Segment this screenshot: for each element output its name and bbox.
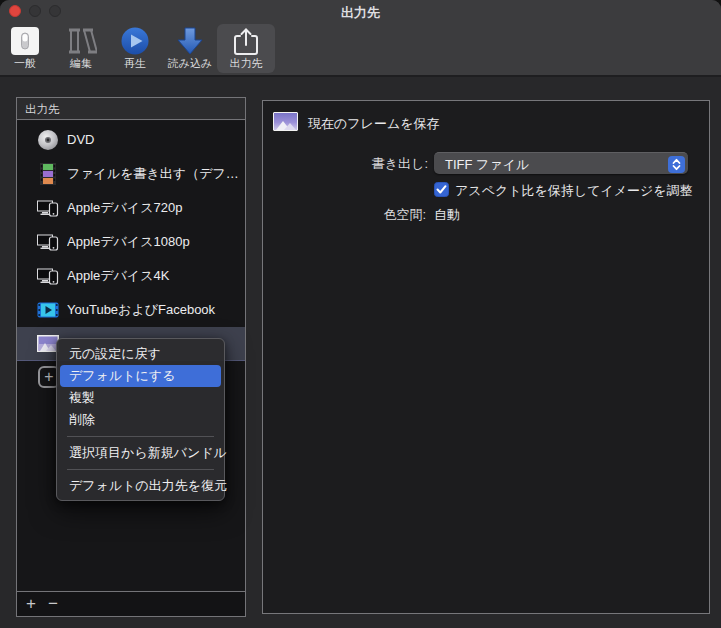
aspect-ratio-checkbox-label: アスペクト比を保持してイメージを調整	[455, 182, 693, 200]
tab-edit-label: 編集	[52, 57, 110, 70]
export-format-label: 書き出し:	[293, 155, 428, 173]
general-icon	[9, 27, 41, 57]
tab-destinations[interactable]: 出力先	[217, 24, 275, 73]
menu-item-make-default[interactable]: デフォルトにする	[60, 365, 221, 387]
edit-icon	[65, 27, 97, 57]
aspect-ratio-checkbox[interactable]	[434, 182, 449, 197]
dropdown-stepper-icon	[668, 156, 685, 173]
export-format-value: TIFF ファイル	[445, 156, 529, 174]
list-item-label: Appleデバイス4K	[67, 259, 241, 293]
add-button[interactable]: +	[21, 594, 41, 614]
save-current-frame-icon	[273, 112, 298, 131]
list-item-label: Appleデバイス720p	[67, 191, 241, 225]
import-icon	[174, 27, 206, 57]
list-item-label: Appleデバイス1080p	[67, 225, 241, 259]
panel-title: 現在のフレームを保存	[308, 115, 440, 133]
list-item-label: DVD	[67, 123, 241, 157]
youtube-facebook-icon	[37, 299, 59, 321]
destination-context-menu: 元の設定に戻す デフォルトにする 複製 削除 選択項目から新規バンドル デフォル…	[56, 338, 225, 501]
tab-playback[interactable]: 再生	[106, 24, 164, 73]
tab-general-label: 一般	[0, 57, 54, 70]
menu-item-duplicate[interactable]: 複製	[60, 387, 221, 409]
tab-import[interactable]: 読み込み	[161, 24, 219, 73]
apple-devices-icon	[37, 197, 59, 219]
preferences-toolbar: 一般 編集	[0, 22, 721, 77]
list-item-export-file[interactable]: ファイルを書き出す（デフ…	[17, 157, 245, 191]
destinations-icon	[230, 27, 262, 57]
menu-separator	[67, 469, 214, 470]
tab-import-label: 読み込み	[161, 57, 219, 70]
preferences-window: 出力先 一般	[0, 0, 721, 628]
tab-destinations-label: 出力先	[217, 57, 275, 70]
sidebar-column-header: 出力先	[17, 98, 245, 120]
menu-item-revert-settings[interactable]: 元の設定に戻す	[60, 343, 221, 365]
list-item-apple-4k[interactable]: Appleデバイス4K	[17, 259, 245, 293]
menu-item-restore-default-destinations[interactable]: デフォルトの出力先を復元	[60, 475, 221, 497]
list-item-apple-1080p[interactable]: Appleデバイス1080p	[17, 225, 245, 259]
list-item-label: ファイルを書き出す（デフ…	[67, 157, 241, 191]
menu-separator	[67, 436, 214, 437]
titlebar: 出力先	[0, 0, 721, 22]
list-item-youtube-facebook[interactable]: YouTubeおよびFacebook	[17, 293, 245, 327]
colorspace-label: 色空間:	[293, 206, 426, 224]
sidebar-footer: + −	[17, 591, 245, 616]
export-file-icon	[37, 163, 59, 185]
list-item-dvd[interactable]: DVD	[17, 123, 245, 157]
menu-item-new-bundle-from-selection[interactable]: 選択項目から新規バンドル	[60, 442, 221, 464]
tab-general[interactable]: 一般	[0, 24, 54, 73]
remove-button[interactable]: −	[43, 594, 63, 614]
destination-detail-panel: 現在のフレームを保存 書き出し: TIFF ファイル アスペクト比を保持してイメ…	[262, 100, 710, 614]
menu-item-delete[interactable]: 削除	[60, 409, 221, 431]
playback-icon	[119, 27, 151, 57]
list-item-apple-720p[interactable]: Appleデバイス720p	[17, 191, 245, 225]
tab-playback-label: 再生	[106, 57, 164, 70]
apple-devices-icon	[37, 231, 59, 253]
colorspace-value: 自動	[434, 206, 460, 224]
window-title: 出力先	[0, 4, 721, 22]
dvd-icon	[37, 129, 59, 151]
list-item-label: YouTubeおよびFacebook	[67, 293, 241, 327]
tab-edit[interactable]: 編集	[52, 24, 110, 73]
export-format-dropdown[interactable]: TIFF ファイル	[434, 152, 688, 174]
apple-devices-icon	[37, 265, 59, 287]
